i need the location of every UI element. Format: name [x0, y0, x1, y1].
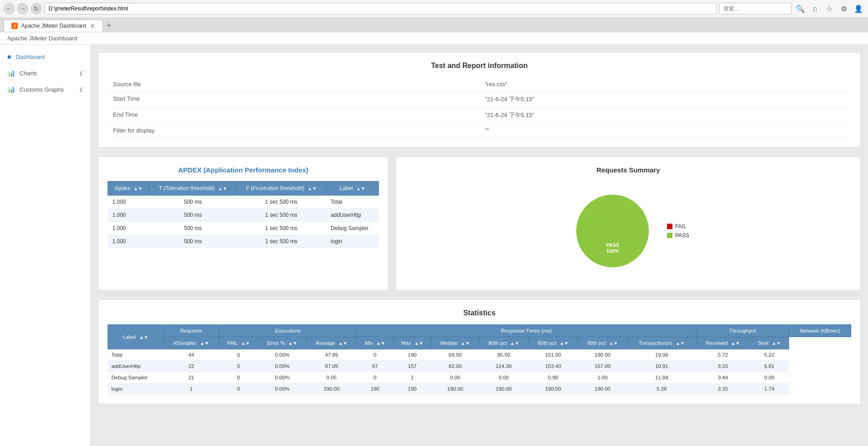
- statistics-card: Statistics Label ▲▼ Requests Executions …: [98, 299, 861, 404]
- stats-col-fail[interactable]: FAIL ▲▼: [219, 337, 258, 349]
- pie-pass-slice: [576, 195, 649, 267]
- stats-col-samples[interactable]: #Samples ▲▼: [164, 337, 219, 349]
- apdex-f: 1 sec 500 ms: [236, 196, 326, 209]
- sidebar-label-dashboard: Dashboard: [15, 54, 44, 60]
- info-label: Source file: [108, 77, 480, 92]
- apdex-row: 1.000500 ms1 sec 500 msaddUserHttp: [108, 209, 379, 222]
- stats-col-tps[interactable]: Transactions/s ▲▼: [627, 337, 696, 349]
- active-tab[interactable]: J Apache JMeter Dashboard ✕: [4, 20, 103, 32]
- search-icon[interactable]: 🔍: [794, 3, 806, 15]
- charts-chevron-icon: ❮: [79, 70, 83, 76]
- legend-pass: PASS: [667, 232, 689, 239]
- apdex-col-label[interactable]: Label ▲▼: [326, 181, 379, 196]
- requests-summary-title: Requests Summary: [405, 166, 851, 174]
- apdex-table: Apdex ▲▼ T (Toleration threshold) ▲▼ F (…: [108, 181, 379, 248]
- stat-avg: 47.86: [306, 349, 357, 361]
- stat-error: 0.00%: [258, 349, 306, 361]
- apdex-t: 500 ms: [149, 196, 236, 209]
- stats-col-min[interactable]: Min ▲▼: [357, 337, 393, 349]
- stats-col-median[interactable]: Median ▲▼: [432, 337, 479, 349]
- stats-col-received[interactable]: Received ▲▼: [696, 337, 750, 349]
- star-icon[interactable]: ☆: [824, 3, 835, 15]
- home-icon[interactable]: ⌂: [809, 3, 821, 15]
- apdex-label: Debug Sampler: [326, 222, 379, 235]
- stats-row: Debug Sampler 21 0 0.00% 0.05 0 1 0.00 0…: [108, 372, 851, 383]
- stat-received: 3.44: [696, 372, 750, 383]
- stat-pct99: 1.00: [578, 372, 627, 383]
- stat-min: 67: [357, 361, 393, 372]
- stat-sent: 1.74: [750, 383, 789, 395]
- stats-col-sent[interactable]: Sent ▲▼: [750, 337, 789, 349]
- apdex-t: 500 ms: [149, 222, 236, 235]
- stat-pct90: 124.30: [479, 361, 529, 372]
- apdex-col-f[interactable]: F (Frustration threshold) ▲▼: [236, 181, 326, 196]
- apdex-f: 1 sec 500 ms: [236, 209, 326, 222]
- info-table-row: Filter for display"": [108, 123, 851, 138]
- stat-fail: 0: [219, 383, 258, 395]
- stat-median: 0.00: [432, 372, 479, 383]
- stat-error: 0.00%: [258, 361, 306, 372]
- stat-avg: 0.05: [306, 372, 357, 383]
- pie-pass-pct: 100%: [606, 248, 619, 254]
- stat-median: 69.50: [432, 349, 479, 361]
- stats-col-pct95[interactable]: 95th pct ▲▼: [529, 337, 578, 349]
- stat-avg: 87.05: [306, 361, 357, 372]
- stat-pct99: 190.00: [578, 349, 627, 361]
- stat-pct90: 190.00: [479, 383, 529, 395]
- apdex-col-apdex[interactable]: Apdex ▲▼: [108, 181, 150, 196]
- stat-samples: 21: [164, 372, 219, 383]
- stat-min: 190: [357, 383, 393, 395]
- stat-pct90: 95.50: [479, 349, 529, 361]
- info-value: "res.csv": [480, 77, 852, 92]
- apdex-f: 1 sec 500 ms: [236, 222, 326, 235]
- legend-fail-label: FAIL: [675, 223, 687, 230]
- stats-col-pct99[interactable]: 99th pct ▲▼: [578, 337, 627, 349]
- sidebar-item-charts[interactable]: 📊 Charts ❮: [0, 65, 90, 81]
- stat-pct95: 153.40: [529, 361, 578, 372]
- stat-fail: 0: [219, 372, 258, 383]
- user-icon[interactable]: 👤: [853, 3, 864, 15]
- pie-pass-label: PASS: [606, 242, 619, 248]
- apdex-col-t[interactable]: T (Toleration threshold) ▲▼: [149, 181, 236, 196]
- info-label: Filter for display: [108, 123, 480, 138]
- report-info-table: Source file"res.csv"Start Time"21-6-24 下…: [108, 77, 851, 138]
- stats-col-avg[interactable]: Average ▲▼: [306, 337, 357, 349]
- stats-col-max[interactable]: Max ▲▼: [393, 337, 432, 349]
- stat-pct95: 0.90: [529, 372, 578, 383]
- stats-group-requests: Requests: [164, 325, 219, 337]
- stat-max: 157: [393, 361, 432, 372]
- app-layout: ■ Dashboard 📊 Charts ❮ 📊 Customs Graphs …: [0, 45, 868, 446]
- stats-col-pct90[interactable]: 90th pct ▲▼: [479, 337, 529, 349]
- statistics-title: Statistics: [108, 309, 851, 317]
- reload-button[interactable]: ↻: [31, 3, 42, 14]
- new-tab-button[interactable]: +: [103, 20, 115, 32]
- stat-tps: 11.84: [627, 372, 696, 383]
- stat-max: 190: [393, 383, 432, 395]
- sidebar-item-dashboard[interactable]: ■ Dashboard: [0, 49, 90, 65]
- tab-bar: J Apache JMeter Dashboard ✕ +: [0, 18, 868, 32]
- stat-median: 190.00: [432, 383, 479, 395]
- stat-pct99: 190.00: [578, 383, 627, 395]
- forward-button[interactable]: →: [17, 3, 28, 14]
- stat-pct95: 151.00: [529, 349, 578, 361]
- stat-pct99: 157.00: [578, 361, 627, 372]
- stats-col-label[interactable]: Label ▲▼: [108, 325, 164, 349]
- back-button[interactable]: ←: [4, 3, 15, 14]
- info-table-row: Source file"res.csv": [108, 77, 851, 92]
- customs-graphs-icon: 📊: [7, 86, 15, 93]
- sidebar-item-customs-graphs[interactable]: 📊 Customs Graphs ❮: [0, 81, 90, 98]
- sidebar-label-customs-graphs: Customs Graphs: [20, 86, 64, 93]
- stat-tps: 19.06: [627, 349, 696, 361]
- stats-row: addUserHttp 22 0 0.00% 87.05 67 157 82.0…: [108, 361, 851, 372]
- apdex-f: 1 sec 500 ms: [236, 235, 326, 248]
- stat-received: 5.72: [696, 349, 750, 361]
- address-bar[interactable]: [44, 3, 716, 15]
- stat-label: login: [108, 383, 164, 395]
- stats-col-error[interactable]: Error % ▲▼: [258, 337, 306, 349]
- search-bar[interactable]: [719, 3, 792, 15]
- apdex-row: 1.000500 ms1 sec 500 msDebug Sampler: [108, 222, 379, 235]
- tab-close-icon[interactable]: ✕: [90, 22, 95, 29]
- settings-icon[interactable]: ⚙: [838, 3, 850, 15]
- browser-chrome: ← → ↻ 🔍 ⌂ ☆ ⚙ 👤 J Apache JMeter Dashboar…: [0, 0, 868, 32]
- apdex-row: 1.000500 ms1 sec 500 msTotal: [108, 196, 379, 209]
